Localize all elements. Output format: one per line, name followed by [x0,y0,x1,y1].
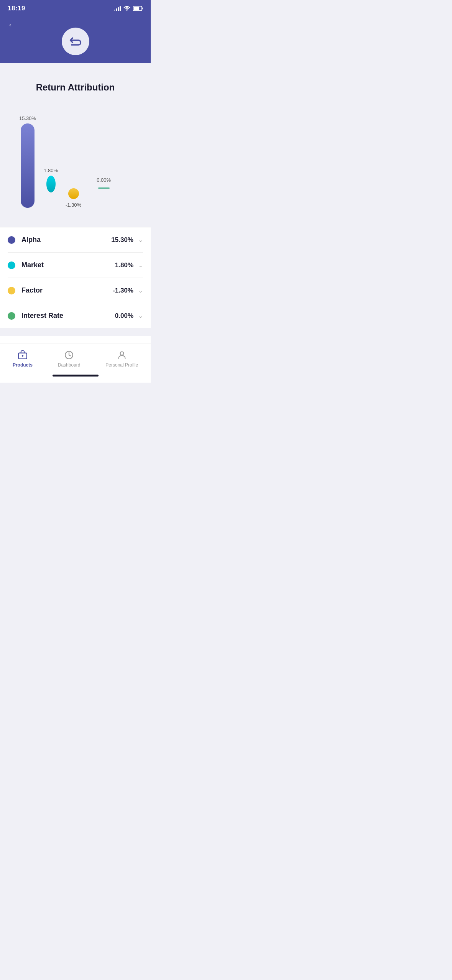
signal-icon [114,6,121,11]
interest-value-label: 0.00% [97,177,111,183]
alpha-value-label: 15.30% [19,115,36,121]
market-value-label: 1.80% [44,168,58,173]
profile-label: Personal Profile [105,362,138,368]
battery-icon [133,6,143,11]
factor-value: -1.30% [113,287,133,294]
factor-chevron-icon: ⌄ [138,287,143,294]
return-attribution-icon [69,35,82,48]
main-content: Return Attribution 15.30% 1.80% -1.30% 0… [0,63,151,336]
header: ← [0,16,151,63]
attribution-list: Alpha 15.30% ⌄ Market 1.80% ⌄ Factor -1.… [0,227,151,328]
products-label: Products [13,362,33,368]
interest-dot [8,312,15,320]
back-button[interactable]: ← [8,20,16,30]
nav-item-profile[interactable]: Personal Profile [105,350,138,368]
page-title: Return Attribution [0,82,151,93]
profile-icon [117,350,127,360]
alpha-chevron-icon: ⌄ [138,236,143,243]
svg-rect-3 [142,7,143,9]
market-dot [8,261,15,269]
bottom-nav: Products Dashboard Personal Profile [0,344,151,372]
interest-value: 0.00% [115,312,133,320]
nav-item-products[interactable]: Products [13,350,33,368]
chart-area: 15.30% 1.80% -1.30% 0.00% [0,104,151,227]
spacer [0,336,151,344]
home-indicator-bar [53,375,99,377]
products-icon [18,350,28,360]
interest-chevron-icon: ⌄ [138,312,143,319]
chart-col-market: 1.80% [44,168,58,192]
status-time: 18:19 [8,5,25,12]
attribution-item-market[interactable]: Market 1.80% ⌄ [8,253,143,278]
alpha-name: Alpha [21,236,111,244]
attribution-item-interest[interactable]: Interest Rate 0.00% ⌄ [8,303,143,328]
nav-item-dashboard[interactable]: Dashboard [58,350,81,368]
dashboard-label: Dashboard [58,362,81,368]
attribution-item-factor[interactable]: Factor -1.30% ⌄ [8,278,143,303]
factor-dot [8,287,15,294]
wifi-icon [123,6,131,11]
svg-point-8 [120,352,123,355]
market-value: 1.80% [115,261,133,269]
attribution-item-alpha[interactable]: Alpha 15.30% ⌄ [8,227,143,253]
page-icon-circle [62,28,89,55]
status-bar: 18:19 [0,0,151,16]
alpha-value: 15.30% [111,236,133,244]
dashboard-icon [64,350,74,360]
interest-name: Interest Rate [21,312,115,320]
status-icons [114,6,143,11]
svg-rect-2 [134,7,140,10]
home-indicator [0,372,151,383]
alpha-bar [21,123,35,208]
market-chevron-icon: ⌄ [138,261,143,269]
market-name: Market [21,261,115,269]
svg-point-0 [126,10,127,11]
chart-visual: 15.30% 1.80% -1.30% 0.00% [8,104,143,208]
chart-col-interest: 0.00% [97,177,111,189]
market-bubble [46,176,56,192]
alpha-dot [8,236,15,244]
factor-value-label: -1.30% [66,202,81,208]
chart-col-alpha: 15.30% [19,115,36,208]
chart-col-factor: -1.30% [66,188,81,208]
factor-bubble [68,188,79,199]
interest-line [98,187,110,189]
factor-name: Factor [21,286,113,294]
